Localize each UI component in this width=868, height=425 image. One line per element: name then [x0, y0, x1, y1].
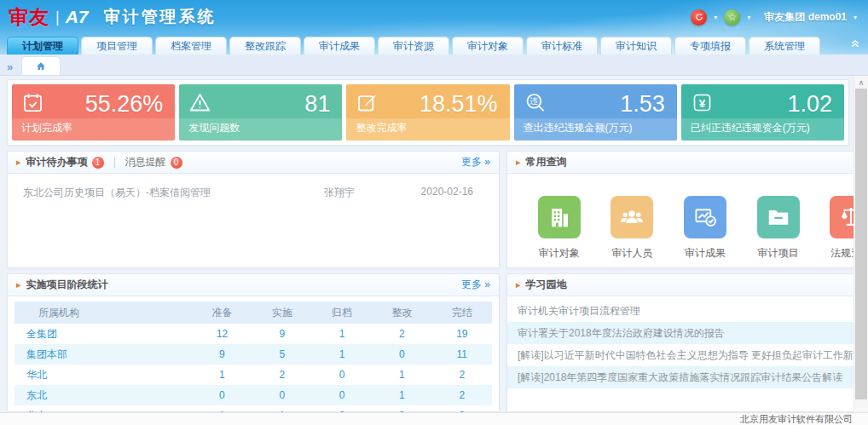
scrollbar-thumb[interactable] [855, 89, 867, 399]
stat-card-1[interactable]: 81发现问题数 [179, 84, 342, 141]
learning-item[interactable]: [解读]以习近平新时代中国特色社会主义思想为指导 更好担负起审计工作新职责新..… [507, 344, 868, 366]
stage-count-link[interactable]: 2 [252, 365, 312, 385]
todo-person: 张翔宇 [324, 186, 405, 200]
top-banner: 审友 | A7 审计管理系统 ▾ ☆ ▾ 审友集团 demo01 ▾ 计划管理项… [0, 0, 868, 55]
org-user-menu[interactable]: 审友集团 demo01 [764, 10, 847, 25]
caret-down-icon: ▾ [747, 14, 750, 21]
panel-grid: ▸ 审计待办事项 1 消息提醒 0 更多 » 东北公司历史项目（易天）-档案借阅… [7, 151, 849, 412]
quick-link-2[interactable]: 审计成果 [684, 196, 726, 261]
stage-stats-title: 实施项目阶段统计 [26, 278, 108, 292]
todo-more-link[interactable]: 更多 » [461, 155, 490, 169]
stage-table-body: 全集团1291219集团本部951011华北12012东北00012华东1100… [14, 324, 492, 425]
stage-count-link[interactable]: 9 [252, 324, 312, 344]
tab-2[interactable]: 档案管理 [155, 37, 227, 55]
learning-item[interactable]: 审计署关于2018年度法治政府建设情况的报告 [507, 322, 868, 344]
table-row: 全集团1291219 [14, 324, 492, 344]
stage-count-link[interactable]: 1 [372, 385, 431, 405]
stat-card-label: 查出违纪违规金额(万元) [524, 121, 633, 135]
todo-panel: ▸ 审计待办事项 1 消息提醒 0 更多 » 东北公司历史项目（易天）-档案借阅… [7, 151, 500, 268]
stage-count-link[interactable]: 1 [372, 365, 431, 385]
collapse-nav-button[interactable] [849, 38, 861, 51]
quick-link-0[interactable]: 审计对象 [538, 196, 581, 261]
tab-7[interactable]: 审计标准 [526, 37, 598, 55]
svg-text:¥: ¥ [699, 97, 706, 110]
sync-icon [694, 12, 704, 22]
expand-menu-icon[interactable]: » [7, 60, 13, 73]
stat-card-value: 1.02 [787, 91, 832, 118]
divider [114, 157, 115, 168]
stat-card-value: 55.26% [85, 91, 164, 118]
brand-row: 审友 | A7 审计管理系统 ▾ ☆ ▾ 审友集团 demo01 ▾ [0, 0, 868, 34]
stage-count-link[interactable]: 1 [312, 344, 372, 365]
stage-org-link[interactable]: 东北 [14, 385, 192, 405]
messages-tab[interactable]: 消息提醒 [125, 155, 166, 169]
learning-item[interactable]: 审计机关审计项目流程管理 [507, 300, 868, 322]
logo-product: A7 [66, 7, 89, 27]
stage-count-link[interactable]: 2 [432, 365, 492, 385]
todo-name: 东北公司历史项目（易天）-档案借阅管理 [23, 186, 324, 200]
quick-query-header: ▸ 常用查询 [507, 152, 868, 174]
footer: 北京用友审计软件有限公司 [0, 412, 868, 425]
learning-item[interactable]: [解读]2018年第四季度国家重大政策措施落实情况跟踪审计结果公告解读 [507, 366, 868, 388]
learning-header: ▸ 学习园地 更多 » [507, 274, 868, 296]
todo-item[interactable]: 东北公司历史项目（易天）-档案借阅管理张翔宇2020-02-16 [8, 174, 499, 200]
stage-org-link[interactable]: 全集团 [14, 324, 192, 344]
stage-count-link[interactable]: 0 [312, 385, 372, 405]
quick-link-1[interactable]: 审计人员 [610, 196, 653, 261]
tab-4[interactable]: 审计成果 [304, 37, 375, 55]
table-row: 东北00012 [14, 385, 492, 405]
stage-count-link[interactable]: 9 [192, 344, 252, 365]
warning-triangle-icon [188, 91, 211, 117]
stage-count-link[interactable]: 11 [432, 344, 492, 365]
stage-count-link[interactable]: 19 [432, 324, 492, 344]
stage-count-link[interactable]: 12 [192, 324, 252, 344]
stage-org-link[interactable]: 集团本部 [14, 344, 192, 365]
stage-count-link[interactable]: 1 [192, 365, 252, 385]
scroll-up-icon[interactable]: ∧ [854, 76, 868, 89]
home-tab[interactable] [21, 56, 61, 75]
app: { "header": { "logo_brand": "审友", "logo_… [0, 0, 868, 425]
tab-10[interactable]: 系统管理 [749, 37, 820, 55]
stage-org-link[interactable]: 华北 [14, 365, 192, 385]
chart-check-icon [684, 196, 726, 238]
stat-card-4[interactable]: ¥1.02已纠正违纪违规资金(万元) [681, 84, 844, 141]
tab-8[interactable]: 审计知识 [600, 37, 672, 55]
vertical-scrollbar[interactable]: ∧ [854, 76, 868, 412]
stage-count-link[interactable]: 1 [312, 324, 372, 344]
stage-count-link[interactable]: 5 [252, 344, 312, 365]
tab-3[interactable]: 整改跟踪 [229, 37, 301, 55]
stat-card-2[interactable]: 18.51%整改完成率 [346, 84, 509, 141]
triangle-bullet-icon: ▸ [16, 157, 21, 168]
stat-card-0[interactable]: 55.26%计划完成率 [12, 84, 175, 141]
calendar-check-icon [21, 91, 44, 117]
stat-card-label: 发现问题数 [188, 121, 240, 135]
tab-5[interactable]: 审计资源 [378, 37, 449, 55]
chevrons-up-icon [849, 38, 861, 49]
stage-count-link[interactable]: 0 [372, 344, 431, 365]
stage-more-link[interactable]: 更多 » [461, 278, 490, 292]
nav-tab-bar: 计划管理项目管理档案管理整改跟踪审计成果审计资源审计对象审计标准审计知识专项填报… [0, 34, 868, 55]
stat-card-3[interactable]: 违1.53查出违纪违规金额(万元) [514, 84, 677, 141]
tab-6[interactable]: 审计对象 [452, 37, 524, 55]
stage-column-header: 归档 [312, 302, 372, 324]
favorite-button[interactable]: ☆ [724, 9, 740, 26]
todo-tab[interactable]: 审计待办事项 [26, 155, 88, 169]
stage-column-header: 实施 [252, 302, 312, 324]
stage-count-link[interactable]: 0 [192, 385, 252, 405]
tab-1[interactable]: 项目管理 [81, 37, 153, 55]
folder-icon [757, 196, 800, 238]
logo-brand: 审友 [9, 4, 49, 31]
stage-count-link[interactable]: 0 [312, 365, 372, 385]
quick-link-3[interactable]: 审计项目 [757, 196, 800, 261]
stat-card-value: 81 [304, 91, 330, 118]
stat-cards: 55.26%计划完成率81发现问题数18.51%整改完成率违1.53查出违纪违规… [7, 79, 849, 146]
dashboard: 55.26%计划完成率81发现问题数18.51%整改完成率违1.53查出违纪违规… [0, 76, 868, 412]
stage-count-link[interactable]: 2 [432, 385, 492, 405]
tab-0[interactable]: 计划管理 [7, 37, 78, 55]
todo-count-badge: 1 [92, 157, 104, 169]
stage-count-link[interactable]: 2 [372, 324, 431, 344]
stage-count-link[interactable]: 0 [252, 385, 312, 405]
tab-9[interactable]: 专项填报 [674, 37, 746, 55]
triangle-bullet-icon: ▸ [16, 279, 21, 290]
sync-button[interactable] [691, 9, 707, 26]
